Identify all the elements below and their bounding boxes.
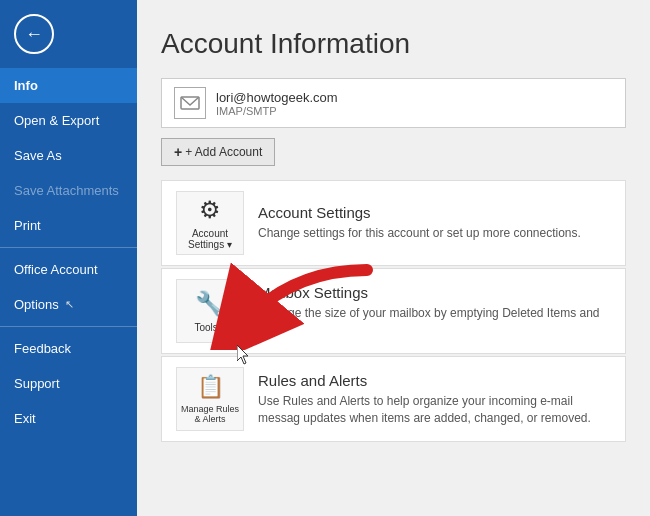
sidebar-divider-1	[0, 247, 137, 248]
account-settings-section: ⚙ AccountSettings ▾ Account Settings Cha…	[161, 180, 626, 266]
page-title: Account Information	[161, 28, 626, 60]
account-settings-text: Account Settings Change settings for thi…	[258, 204, 581, 242]
sidebar-item-exit[interactable]: Exit	[0, 401, 137, 436]
sections-list: ⚙ AccountSettings ▾ Account Settings Cha…	[161, 180, 626, 442]
back-button[interactable]: ←	[14, 14, 54, 54]
account-info: lori@howtogeek.com IMAP/SMTP	[216, 90, 338, 117]
sidebar-item-office-account[interactable]: Office Account	[0, 252, 137, 287]
account-icon	[174, 87, 206, 119]
sidebar-item-support[interactable]: Support	[0, 366, 137, 401]
sidebar-item-save-as[interactable]: Save As	[0, 138, 137, 173]
account-type: IMAP/SMTP	[216, 105, 338, 117]
sidebar-item-options[interactable]: Options ↖	[0, 287, 137, 322]
add-account-button[interactable]: + + Add Account	[161, 138, 275, 166]
add-account-plus-icon: +	[174, 144, 182, 160]
main-content: Account Information lori@howtogeek.com I…	[137, 0, 650, 516]
tools-icon: 🔧	[195, 290, 225, 318]
account-email: lori@howtogeek.com	[216, 90, 338, 105]
back-icon: ←	[25, 24, 43, 45]
sidebar-item-office-account-label: Office Account	[14, 262, 98, 277]
sidebar-item-feedback[interactable]: Feedback	[0, 331, 137, 366]
sidebar-item-feedback-label: Feedback	[14, 341, 71, 356]
add-account-label: + Add Account	[185, 145, 262, 159]
sidebar-item-info-label: Info	[14, 78, 38, 93]
sidebar-item-exit-label: Exit	[14, 411, 36, 426]
sidebar-item-save-attachments-label: Save Attachments	[14, 183, 119, 198]
mailbox-settings-text: Mailbox Settings Manage the size of your…	[258, 284, 611, 339]
sidebar-item-save-as-label: Save As	[14, 148, 62, 163]
account-settings-desc: Change settings for this account or set …	[258, 225, 581, 242]
account-settings-icon: ⚙	[199, 196, 221, 224]
sidebar-item-print-label: Print	[14, 218, 41, 233]
sidebar-item-support-label: Support	[14, 376, 60, 391]
sidebar-item-info[interactable]: Info	[0, 68, 137, 103]
sidebar-item-save-attachments: Save Attachments	[0, 173, 137, 208]
mailbox-settings-title: Mailbox Settings	[258, 284, 611, 301]
tools-icon-label: Tools ▾	[194, 322, 225, 333]
account-settings-title: Account Settings	[258, 204, 581, 221]
cursor-indicator: ↖	[65, 298, 74, 311]
sidebar-item-options-label: Options	[14, 297, 59, 312]
rules-alerts-desc: Use Rules and Alerts to help organize yo…	[258, 393, 611, 427]
rules-alerts-title: Rules and Alerts	[258, 372, 611, 389]
rules-alerts-icon-box[interactable]: 📋 Manage Rules& Alerts	[176, 367, 244, 431]
mailbox-settings-desc: Manage the size of your mailbox by empty…	[258, 305, 611, 339]
rules-icon-label: Manage Rules& Alerts	[181, 404, 239, 424]
sidebar-item-open-export[interactable]: Open & Export	[0, 103, 137, 138]
mailbox-settings-icon-box[interactable]: 🔧 Tools ▾	[176, 279, 244, 343]
mailbox-settings-section: 🔧 Tools ▾ Mailbox Settings Manage the si…	[161, 268, 626, 354]
sidebar-item-print[interactable]: Print	[0, 208, 137, 243]
account-settings-icon-label: AccountSettings ▾	[188, 228, 232, 250]
rules-alerts-text: Rules and Alerts Use Rules and Alerts to…	[258, 372, 611, 427]
sidebar-divider-2	[0, 326, 137, 327]
rules-icon: 📋	[197, 374, 224, 400]
rules-alerts-section: 📋 Manage Rules& Alerts Rules and Alerts …	[161, 356, 626, 442]
sidebar-item-open-export-label: Open & Export	[14, 113, 99, 128]
account-bar: lori@howtogeek.com IMAP/SMTP	[161, 78, 626, 128]
email-icon	[180, 93, 200, 113]
account-settings-icon-box[interactable]: ⚙ AccountSettings ▾	[176, 191, 244, 255]
sidebar: ← Info Open & Export Save As Save Attach…	[0, 0, 137, 516]
